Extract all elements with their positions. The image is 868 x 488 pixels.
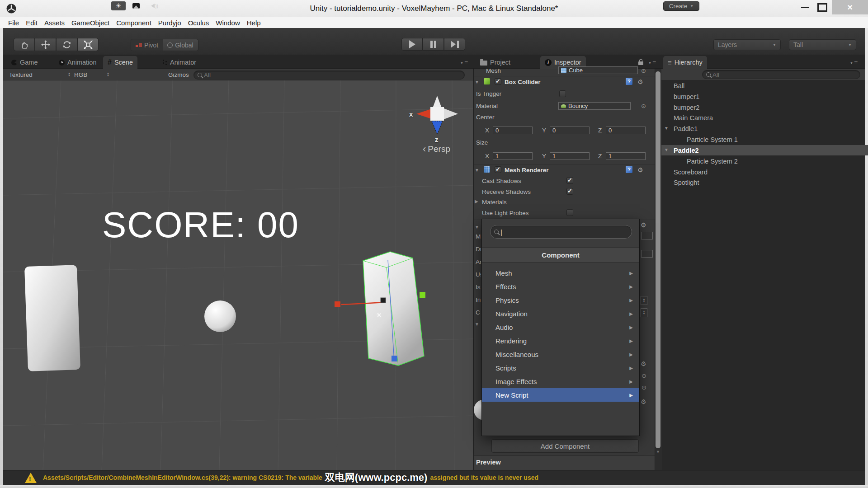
menu-item-mesh[interactable]: Mesh▶: [482, 266, 639, 280]
hierarchy-item-main-camera[interactable]: Main Camera: [661, 113, 868, 123]
tab-project[interactable]: Project: [476, 56, 515, 69]
move-tool-button[interactable]: [35, 38, 56, 51]
menu-item-navigation[interactable]: Navigation▶: [482, 307, 639, 320]
hand-tool-button[interactable]: [14, 38, 35, 51]
add-component-button[interactable]: Add Component: [491, 439, 639, 453]
move-gizmo-z-handle[interactable]: [392, 356, 397, 361]
hierarchy-panel-menu[interactable]: ▼≡: [850, 59, 858, 66]
hierarchy-item-paddle1[interactable]: Paddle1: [661, 123, 868, 134]
object-picker-icon[interactable]: ⊙: [642, 384, 646, 391]
menu-oculus[interactable]: Oculus: [188, 19, 209, 27]
tab-scene[interactable]: #Scene: [103, 56, 137, 69]
create-button[interactable]: Create▼: [663, 1, 699, 11]
hierarchy-item-bumper1[interactable]: bumper1: [661, 91, 868, 102]
menu-edit[interactable]: Edit: [26, 19, 38, 27]
tab-animator[interactable]: Animator: [158, 56, 201, 69]
gizmo-center-cube[interactable]: [430, 107, 444, 121]
move-gizmo-center-handle[interactable]: [381, 298, 386, 303]
scene-search-field[interactable]: [193, 70, 465, 80]
stepper-button[interactable]: ▲▼: [641, 296, 647, 305]
materials-foldout[interactable]: ▶: [475, 199, 478, 204]
scene-viewport-canvas[interactable]: [3, 80, 473, 470]
hierarchy-search-field[interactable]: [702, 70, 860, 79]
paddle2-selected-object[interactable]: [363, 252, 424, 366]
center-x-field[interactable]: 0: [493, 127, 533, 134]
step-button[interactable]: [444, 38, 465, 51]
gear-icon[interactable]: ⚙: [641, 361, 646, 367]
size-x-field[interactable]: 1: [493, 152, 533, 160]
persp-indicator[interactable]: ‹Persp: [423, 143, 450, 155]
hierarchy-item-spotlight[interactable]: Spotlight: [661, 177, 868, 188]
stepper-button[interactable]: ▲▼: [641, 308, 647, 317]
rotate-tool-button[interactable]: [56, 38, 77, 51]
material-field[interactable]: Bouncy: [558, 102, 631, 110]
menu-gameobject[interactable]: GameObject: [71, 19, 109, 27]
scene-viewport[interactable]: SCORE: 00 x z ‹Persp: [3, 80, 473, 470]
scrollbar-down-icon[interactable]: ▼: [656, 450, 660, 454]
is-trigger-checkbox[interactable]: [559, 90, 566, 97]
minimize-button[interactable]: [797, 0, 813, 14]
center-y-field[interactable]: 0: [550, 127, 590, 134]
lock-icon[interactable]: [638, 61, 643, 65]
mesh-field[interactable]: Cube: [558, 66, 638, 74]
layers-dropdown[interactable]: Layers▼: [713, 39, 781, 50]
color-mode-dropdown[interactable]: RGB▲▼: [71, 70, 112, 79]
object-picker-icon[interactable]: ⊙: [642, 372, 646, 379]
status-bar[interactable]: ! Assets/Scripts/Editor/CombineMeshInEdi…: [3, 470, 865, 485]
mesh-renderer-foldout[interactable]: ▼: [475, 168, 479, 173]
mesh-renderer-enabled-checkbox[interactable]: ✓: [495, 166, 501, 173]
play-button[interactable]: [401, 38, 423, 51]
menu-window[interactable]: Window: [216, 19, 240, 27]
use-light-probes-checkbox[interactable]: [566, 209, 573, 216]
hierarchy-item-scoreboard[interactable]: Scoreboard: [661, 167, 868, 177]
pivot-toggle-button[interactable]: Pivot: [131, 39, 163, 51]
menu-item-audio[interactable]: Audio▶: [482, 320, 639, 334]
hierarchy-item-paddle2[interactable]: Paddle2: [661, 145, 868, 155]
paddle2-foldout[interactable]: ▼: [664, 147, 669, 152]
skybox-toggle[interactable]: [128, 1, 144, 10]
layout-dropdown[interactable]: Tall▼: [789, 39, 856, 50]
hidden-component-foldout[interactable]: ▼: [475, 225, 479, 230]
size-y-field[interactable]: 1: [550, 152, 590, 160]
menu-assets[interactable]: Assets: [44, 19, 65, 27]
menu-item-scripts[interactable]: Scripts▶: [482, 361, 639, 375]
global-toggle-button[interactable]: Global: [163, 39, 198, 51]
move-gizmo-y-handle[interactable]: [420, 292, 425, 298]
menu-file[interactable]: File: [8, 19, 19, 27]
gizmo-right-cone[interactable]: [444, 108, 458, 119]
gear-icon[interactable]: ⚙: [641, 222, 646, 228]
hierarchy-item-particle-system-1[interactable]: Particle System 1: [661, 134, 868, 145]
menu-purdyjo[interactable]: Purdyjo: [158, 19, 181, 27]
menu-help[interactable]: Help: [247, 19, 261, 27]
receive-shadows-checkbox[interactable]: ✓: [566, 188, 573, 195]
center-z-field[interactable]: 0: [606, 127, 646, 134]
hierarchy-item-bumper2[interactable]: bumper2: [661, 102, 868, 113]
gear-icon[interactable]: ⚙: [637, 167, 643, 173]
component-search-field[interactable]: |: [490, 225, 632, 239]
menu-item-miscellaneous[interactable]: Miscellaneous▶: [482, 347, 639, 361]
object-picker-icon[interactable]: ⊙: [641, 67, 646, 74]
tab-animation[interactable]: Animation: [54, 56, 101, 69]
gear-icon[interactable]: ⚙: [641, 399, 646, 405]
hidden-component-foldout[interactable]: ▼: [475, 322, 479, 327]
preview-section[interactable]: [474, 455, 655, 470]
menu-item-physics[interactable]: Physics▶: [482, 293, 639, 307]
hierarchy-item-ball[interactable]: Ball: [661, 80, 868, 91]
orientation-gizmo[interactable]: [416, 96, 458, 134]
lighting-toggle[interactable]: ☀: [111, 1, 126, 10]
tab-hierarchy[interactable]: ≡Hierarchy: [663, 56, 707, 69]
object-picker-icon[interactable]: ⊙: [641, 103, 646, 109]
inspector-panel-menu[interactable]: ▼≡: [648, 59, 656, 66]
close-button[interactable]: ×: [832, 0, 868, 14]
ball-object[interactable]: [204, 300, 236, 332]
menu-item-effects[interactable]: Effects▶: [482, 280, 639, 293]
pause-button[interactable]: [423, 38, 444, 51]
maximize-button[interactable]: [814, 0, 831, 14]
gizmo-z-cone[interactable]: [432, 121, 443, 134]
inspector-scrollbar-thumb[interactable]: [656, 71, 660, 448]
gear-icon[interactable]: ⚙: [637, 79, 643, 85]
scene-search-input[interactable]: [204, 72, 461, 79]
size-z-field[interactable]: 1: [606, 152, 646, 160]
tab-game[interactable]: Game: [7, 56, 42, 69]
draw-mode-dropdown[interactable]: Textured▲▼: [6, 70, 73, 79]
